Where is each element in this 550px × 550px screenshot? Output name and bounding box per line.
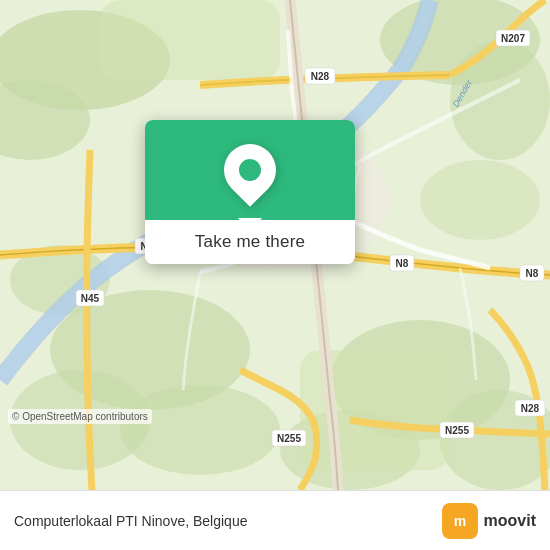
osm-attribution: © OpenStreetMap contributors	[8, 409, 152, 424]
svg-text:N207: N207	[501, 33, 525, 44]
footer-info: Computerlokaal PTI Ninove, Belgique	[14, 513, 247, 529]
footer-bar: Computerlokaal PTI Ninove, Belgique m mo…	[0, 490, 550, 550]
moovit-logo: m moovit	[442, 503, 536, 539]
svg-rect-13	[100, 0, 280, 80]
svg-point-12	[420, 160, 540, 240]
svg-text:N8: N8	[396, 258, 409, 269]
map-container: N28 N207 N8 N45 N8 N8 N255 N255 N28	[0, 0, 550, 490]
svg-text:N45: N45	[81, 293, 100, 304]
moovit-brand-text: moovit	[484, 512, 536, 530]
svg-text:N255: N255	[445, 425, 469, 436]
svg-text:N28: N28	[311, 71, 330, 82]
popup-card: Take me there	[145, 120, 355, 264]
svg-point-4	[450, 40, 550, 160]
popup-header	[145, 120, 355, 220]
location-pin	[213, 133, 287, 207]
place-name: Computerlokaal PTI Ninove, Belgique	[14, 513, 247, 529]
svg-point-7	[120, 385, 280, 475]
location-pin-inner	[239, 159, 261, 181]
attribution-text: © OpenStreetMap contributors	[12, 411, 148, 422]
svg-text:N255: N255	[277, 433, 301, 444]
svg-text:N8: N8	[526, 268, 539, 279]
svg-text:N28: N28	[521, 403, 540, 414]
moovit-icon: m	[442, 503, 478, 539]
svg-text:m: m	[453, 513, 465, 529]
